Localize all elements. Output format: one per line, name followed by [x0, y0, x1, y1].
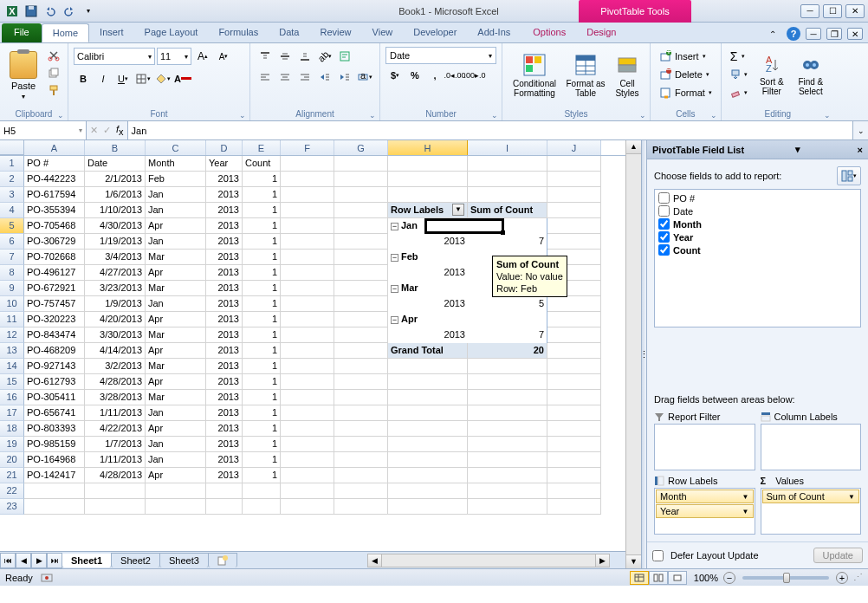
cell[interactable]: 4/27/2013 — [85, 265, 146, 281]
undo-icon[interactable] — [42, 3, 59, 20]
cell[interactable] — [281, 437, 334, 452]
cell[interactable] — [281, 187, 334, 203]
grow-font-icon[interactable]: A▴ — [193, 47, 212, 66]
cell[interactable]: Row Labels▼ — [388, 203, 468, 218]
cell[interactable] — [547, 327, 601, 343]
row-header[interactable]: 2 — [0, 172, 24, 187]
cell[interactable] — [468, 218, 547, 234]
cell[interactable] — [85, 499, 146, 515]
cell[interactable] — [334, 172, 388, 187]
qat-customize-icon[interactable]: ▾ — [80, 3, 97, 20]
cell[interactable]: 2013 — [388, 296, 468, 312]
tab-review[interactable]: Review — [309, 23, 361, 42]
cell[interactable] — [388, 156, 468, 172]
cell[interactable] — [334, 312, 388, 327]
merge-center-icon[interactable]: a▾ — [355, 68, 374, 87]
cell[interactable] — [547, 421, 601, 437]
cell[interactable] — [468, 187, 547, 203]
new-sheet-button[interactable] — [208, 553, 237, 567]
cell[interactable]: 2013 — [206, 374, 243, 390]
font-color-icon[interactable]: A — [173, 69, 192, 88]
cell[interactable]: 2013 — [206, 265, 243, 281]
cell[interactable] — [146, 483, 206, 499]
copy-icon[interactable] — [45, 64, 62, 81]
cell[interactable]: 1 — [243, 265, 281, 281]
cell[interactable] — [334, 281, 388, 296]
resize-grip-icon[interactable]: ⋰ — [853, 572, 863, 583]
cell[interactable] — [468, 172, 547, 187]
close-pane-icon[interactable]: × — [858, 145, 863, 155]
cell[interactable]: PO-355394 — [24, 203, 85, 218]
cell[interactable]: 7 — [468, 234, 547, 250]
font-size-select[interactable]: 11▾ — [157, 48, 191, 65]
cell[interactable] — [468, 437, 547, 452]
cell[interactable]: Apr — [146, 312, 206, 327]
collapse-icon[interactable]: − — [391, 316, 398, 324]
align-bottom-icon[interactable] — [295, 47, 314, 66]
delete-cells-button[interactable]: −Delete▾ — [656, 65, 716, 83]
field-checkbox[interactable] — [658, 244, 670, 256]
values-area[interactable]: Sum of Count▼ — [761, 488, 862, 535]
cell[interactable] — [281, 296, 334, 312]
cell[interactable] — [388, 468, 468, 483]
cell[interactable] — [334, 452, 388, 468]
cell[interactable] — [388, 421, 468, 437]
cell[interactable] — [334, 250, 388, 265]
tab-options[interactable]: Options — [522, 23, 576, 42]
cell[interactable] — [281, 343, 334, 359]
comma-format-icon[interactable]: , — [425, 66, 444, 85]
cell[interactable] — [547, 312, 601, 327]
cell[interactable]: 2013 — [206, 250, 243, 265]
cell[interactable] — [281, 327, 334, 343]
cell[interactable]: 2013 — [206, 421, 243, 437]
cell[interactable]: Mar — [146, 359, 206, 374]
cell[interactable]: Mar — [146, 390, 206, 405]
field-checkbox[interactable] — [658, 218, 670, 230]
cell[interactable]: 1 — [243, 343, 281, 359]
workbook-close-button[interactable]: ✕ — [847, 28, 863, 40]
cell[interactable] — [281, 172, 334, 187]
minimize-ribbon-icon[interactable]: ⌃ — [764, 25, 781, 42]
cell[interactable]: 3/4/2013 — [85, 250, 146, 265]
cell[interactable] — [281, 452, 334, 468]
cell[interactable]: −Apr — [388, 312, 468, 327]
row-header[interactable]: 9 — [0, 281, 24, 296]
cell[interactable] — [334, 468, 388, 483]
tab-developer[interactable]: Developer — [403, 23, 467, 42]
cell[interactable] — [547, 405, 601, 421]
cell[interactable] — [243, 483, 281, 499]
cell[interactable]: 2013 — [206, 468, 243, 483]
cell[interactable]: 3/28/2013 — [85, 390, 146, 405]
cell[interactable]: 2/1/2013 — [85, 172, 146, 187]
report-filter-area[interactable] — [654, 424, 755, 470]
field-checkbox[interactable] — [658, 231, 670, 243]
cell[interactable] — [468, 390, 547, 405]
cell[interactable] — [281, 468, 334, 483]
cell[interactable] — [334, 203, 388, 218]
row-header[interactable]: 4 — [0, 203, 24, 218]
sheet-nav-button[interactable]: ◀ — [16, 553, 31, 568]
column-header-I[interactable]: I — [468, 140, 547, 155]
column-header-C[interactable]: C — [146, 140, 206, 155]
cell[interactable]: Apr — [146, 421, 206, 437]
field-item[interactable]: Count — [657, 243, 858, 256]
worksheet[interactable]: ABCDEFGHIJ 1PO #DateMonthYearCount2PO-44… — [0, 140, 625, 568]
conditional-formatting-button[interactable]: Conditional Formatting — [508, 47, 561, 104]
cell[interactable]: Jan — [146, 203, 206, 218]
cell[interactable]: PO-757457 — [24, 296, 85, 312]
cancel-formula-icon[interactable]: ✕ — [90, 125, 98, 136]
cell[interactable]: PO-306729 — [24, 234, 85, 250]
paste-button[interactable]: Paste ▾ — [5, 47, 42, 104]
cell[interactable]: 2013 — [206, 203, 243, 218]
cell[interactable] — [388, 499, 468, 515]
cell[interactable] — [334, 374, 388, 390]
cell[interactable]: Apr — [146, 218, 206, 234]
cell[interactable]: 1 — [243, 421, 281, 437]
sheet-nav-button[interactable]: ⏭ — [47, 553, 62, 568]
field-list-menu-icon[interactable]: ▾ — [795, 144, 800, 155]
zoom-out-button[interactable]: − — [723, 572, 735, 584]
row-header[interactable]: 3 — [0, 187, 24, 203]
cell[interactable]: 2013 — [388, 327, 468, 343]
cell[interactable]: −Feb — [388, 250, 468, 265]
column-header-A[interactable]: A — [24, 140, 85, 155]
